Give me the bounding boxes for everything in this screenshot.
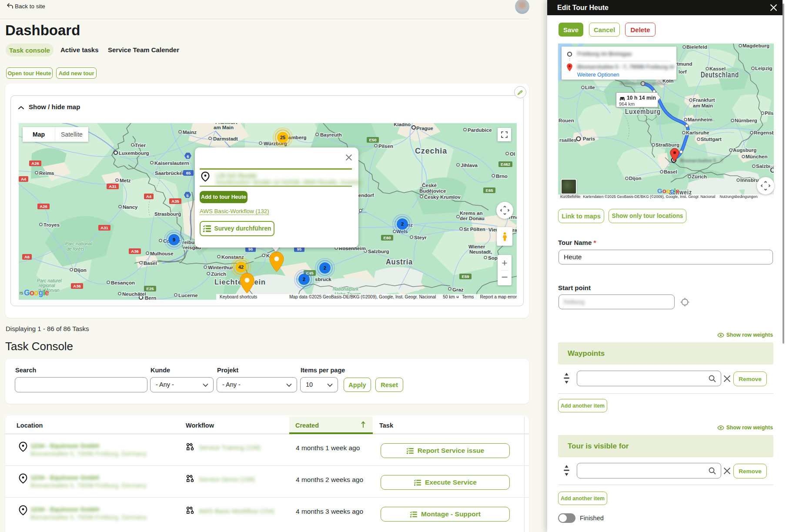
svg-text:Deutschland: Deutschland (701, 70, 739, 79)
svg-text:rtmund: rtmund (675, 61, 692, 67)
svg-text:München: München (746, 154, 767, 159)
svg-text:Mannheim: Mannheim (688, 117, 712, 122)
svg-text:Magdeburg: Magdeburg (743, 43, 769, 48)
svg-text:Frankfurt: Frankfurt (693, 97, 715, 103)
svg-text:am Main: am Main (693, 103, 713, 108)
svg-text:rsailles: rsailles (559, 137, 577, 143)
svg-text:Regensburg: Regensburg (754, 130, 774, 135)
svg-text:Pilsen: Pilsen (765, 110, 774, 116)
svg-text:Augsburg: Augsburg (733, 147, 756, 153)
svg-text:Stuttgart: Stuttgart (701, 137, 722, 142)
svg-text:Nürnberg: Nürnberg (735, 118, 757, 123)
svg-text:Rouen: Rouen (559, 118, 574, 123)
svg-text:Dijon: Dijon (629, 176, 642, 181)
svg-text:Paris: Paris (583, 136, 595, 141)
svg-text:Zürich: Zürich (692, 174, 707, 179)
svg-text:Straßburg: Straßburg (656, 142, 679, 147)
svg-text:Bielefeld: Bielefeld (686, 44, 707, 50)
svg-text:Bismarckallee 5 - 7: Bismarckallee 5 - 7 (680, 158, 723, 163)
svg-text:Leipzig: Leipzig (755, 66, 773, 71)
svg-text:Lille: Lille (585, 85, 595, 90)
svg-text:Basel: Basel (664, 169, 677, 174)
svg-text:Luxemburg: Luxemburg (625, 107, 661, 116)
svg-text:Karlsruhe: Karlsruhe (686, 130, 709, 135)
svg-text:Aldenhovenergraben: Aldenhovenergraben (620, 80, 668, 86)
svg-text:Ö: Ö (770, 166, 774, 174)
svg-text:lorf: lorf (679, 69, 687, 74)
